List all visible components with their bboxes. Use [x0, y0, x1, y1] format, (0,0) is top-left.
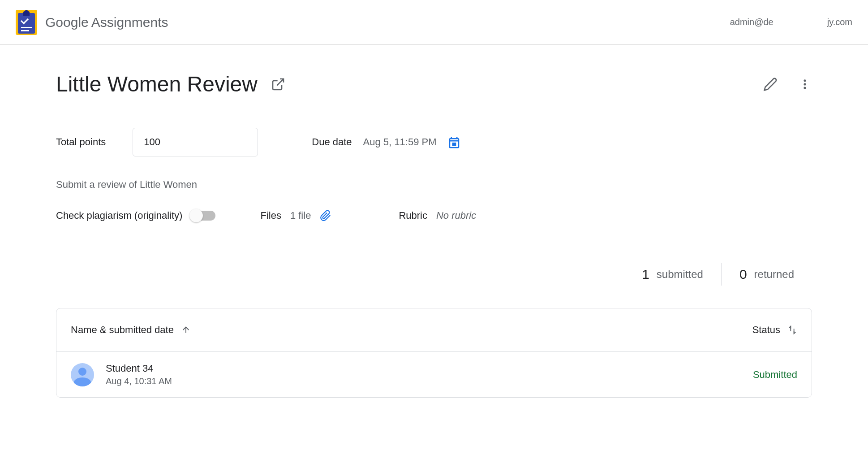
status-header-label: Status: [752, 324, 780, 336]
due-date-label: Due date: [312, 136, 352, 148]
total-points-label: Total points: [56, 136, 106, 148]
brand-assignments: Assignments: [91, 15, 168, 30]
status-column-header[interactable]: Status: [752, 324, 797, 336]
svg-rect-4: [452, 143, 456, 146]
student-info: Student 34 Aug 4, 10:31 AM: [106, 363, 172, 386]
status-badge: Submitted: [753, 369, 797, 381]
calendar-icon[interactable]: [447, 136, 460, 148]
student-name: Student 34: [106, 363, 172, 374]
open-in-new-icon[interactable]: [271, 77, 285, 91]
submitted-stat: 1 submitted: [624, 267, 721, 282]
header-right: admin@de jy.com: [730, 17, 852, 27]
settings-row: Total points Due date Aug 5, 11:59 PM: [56, 128, 812, 156]
avatar: [71, 363, 94, 386]
svg-point-1: [804, 79, 806, 82]
table-row[interactable]: Student 34 Aug 4, 10:31 AM Submitted: [56, 352, 812, 397]
submitted-count: 1: [642, 267, 649, 282]
options-row: Check plagiarism (originality) Files 1 f…: [56, 208, 812, 223]
student-date: Aug 4, 10:31 AM: [106, 376, 172, 386]
brand-google: Google: [45, 15, 89, 30]
returned-stat: 0 returned: [722, 267, 812, 282]
rubric-option: Rubric No rubric: [399, 210, 476, 221]
returned-count: 0: [739, 267, 747, 282]
plagiarism-toggle[interactable]: [191, 211, 215, 221]
sort-both-icon: [787, 325, 797, 335]
total-points-input[interactable]: [133, 128, 258, 156]
assignments-logo-icon: [16, 10, 37, 35]
user-domain: jy.com: [827, 17, 852, 27]
user-email: admin@de: [730, 17, 773, 27]
title-row: Little Women Review: [56, 72, 812, 96]
stats-row: 1 submitted 0 returned: [56, 263, 812, 286]
plagiarism-label: Check plagiarism (originality): [56, 210, 182, 221]
header-left: Google Assignments: [16, 10, 168, 35]
more-options-icon[interactable]: [798, 77, 812, 91]
name-header-label: Name & submitted date: [71, 324, 174, 336]
paperclip-icon[interactable]: [320, 208, 331, 223]
submissions-table: Name & submitted date Status: [56, 308, 812, 398]
table-header: Name & submitted date Status: [56, 308, 812, 352]
row-left: Student 34 Aug 4, 10:31 AM: [71, 363, 172, 386]
edit-icon[interactable]: [763, 77, 778, 91]
plagiarism-option: Check plagiarism (originality): [56, 210, 215, 221]
svg-point-3: [804, 87, 806, 89]
main-content: Little Women Review: [0, 45, 868, 425]
brand: Google Assignments: [45, 15, 168, 30]
files-option: Files 1 file: [260, 208, 331, 223]
submitted-label: submitted: [657, 268, 703, 281]
assignment-description: Submit a review of Little Women: [56, 179, 812, 191]
files-value: 1 file: [290, 210, 311, 221]
app-header: Google Assignments admin@de jy.com: [0, 0, 868, 45]
name-column-header[interactable]: Name & submitted date: [71, 324, 191, 336]
title-right: [763, 77, 812, 91]
svg-line-0: [277, 79, 284, 86]
files-label: Files: [260, 210, 281, 221]
rubric-label: Rubric: [399, 210, 427, 221]
title-left: Little Women Review: [56, 72, 285, 96]
page-title: Little Women Review: [56, 72, 258, 96]
sort-asc-icon: [181, 325, 191, 335]
rubric-value: No rubric: [436, 210, 476, 221]
returned-label: returned: [754, 268, 794, 281]
due-date-value: Aug 5, 11:59 PM: [363, 136, 437, 148]
svg-point-2: [804, 83, 806, 85]
